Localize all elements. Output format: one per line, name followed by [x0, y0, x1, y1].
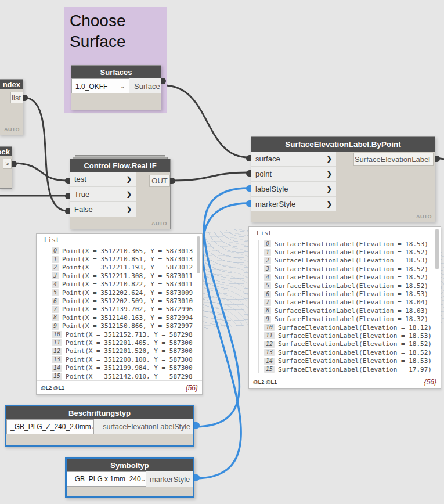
list-item-value: Point(X = 3512210.365, Y = 5873013: [62, 247, 193, 255]
surface-input-connector[interactable]: [246, 155, 251, 161]
list-item-value: Point(X = 3512150.866, Y = 5872997: [62, 322, 193, 330]
lacing-levels-label: @L2 @L1: [37, 385, 64, 391]
list-index-badge: 10: [52, 331, 62, 338]
node-surfaces[interactable]: Surfaces 1.0_OKFF ⌄ Surface: [71, 65, 161, 110]
node-surfaces-header[interactable]: Surfaces: [71, 66, 161, 78]
test-input-connector[interactable]: [65, 178, 70, 184]
labelstyle-input-connector[interactable]: [246, 185, 251, 192]
block-output-port[interactable]: >: [3, 159, 12, 169]
stacked-node-edge: [73, 157, 168, 159]
node-block-partial[interactable]: ock >: [0, 146, 12, 189]
wire-false[interactable]: [24, 98, 67, 211]
symboltyp-header[interactable]: Symboltyp: [67, 459, 193, 471]
markerstyle-input-connector[interactable]: [246, 200, 251, 207]
real-if-header[interactable]: Control Flow.Real IF: [70, 159, 170, 172]
list-item: 15 SurfaceElevationLabel(Elevation = 17.…: [264, 365, 436, 373]
list-item: 11 Point(X = 3512201.405, Y = 587300: [52, 339, 197, 347]
list-item-value: Point(X = 3512201.520, Y = 587300: [66, 347, 193, 355]
beschriftungstyp-dropdown-value: _GB_PLG_Z_240_2.0mm: [10, 423, 91, 431]
false-input-connector[interactable]: [65, 208, 70, 214]
list-index-badge: 15: [52, 373, 62, 380]
list-item-value: Point(X = 3512199.984, Y = 587300: [66, 364, 193, 372]
input-port-true[interactable]: True ❯: [70, 187, 136, 202]
input-port-markerstyle[interactable]: markerStyle ❯: [251, 197, 336, 211]
list-item-value: SurfaceElevationLabel(Elevation = 18.52): [275, 273, 428, 281]
dynamo-canvas[interactable]: Choose Surface Surfaces 1.0_OKFF ⌄ Surfa…: [0, 0, 444, 504]
symboltyp-node-footer: [67, 487, 193, 496]
selabel-header[interactable]: SurfaceElevationLabel.ByPoint: [251, 137, 435, 152]
beschriftungstyp-header[interactable]: Beschriftungstyp: [6, 406, 193, 419]
port-chevron-icon: ❯: [127, 206, 132, 213]
node-control-flow-real-if[interactable]: Control Flow.Real IF test ❯ True ❯ False…: [70, 159, 171, 229]
list-item-value: Point(X = 3512139.702, Y = 5872996: [62, 305, 193, 313]
input-port-test[interactable]: test ❯: [70, 172, 136, 187]
list-index-badge: 11: [52, 339, 62, 346]
surfaces-output-port[interactable]: Surface: [129, 78, 161, 94]
list-item: 9 Point(X = 3512150.866, Y = 5872997: [52, 322, 197, 330]
list-index-badge: 0: [264, 240, 271, 247]
list-item: 8 Point(X = 3512140.163, Y = 5872994: [52, 314, 197, 322]
out-output-port[interactable]: OUT: [149, 175, 170, 187]
beschriftungstyp-node-footer: [6, 434, 193, 445]
list-item-value: SurfaceElevationLabel(Elevation = 18.04): [275, 298, 428, 306]
input-port-point[interactable]: point ❯: [251, 167, 336, 182]
list-item-value: SurfaceElevationLabel(Elevation = 18.03): [275, 307, 428, 315]
list-item: 4 Point(X = 3512210.822, Y = 5873011: [52, 280, 197, 289]
list-item: 0 SurfaceElevationLabel(Elevation = 18.5…: [264, 240, 436, 248]
list-item-value: SurfaceElevationLabel(Elevation = 18.52): [278, 340, 432, 348]
list-item-value: Point(X = 3512201.405, Y = 587300: [66, 339, 193, 347]
list-item-value: SurfaceElevationLabel(Elevation = 18.32): [275, 315, 428, 323]
input-port-surface[interactable]: surface ❯: [251, 152, 336, 167]
true-input-connector[interactable]: [65, 193, 70, 199]
beschriftungstyp-dropdown[interactable]: _GB_PLG_Z_240_2.0mm ⌄: [6, 419, 94, 434]
node-index-partial[interactable]: ndex list AUTO: [0, 79, 23, 135]
port-chevron-icon: ❯: [327, 170, 332, 178]
list-item-value: SurfaceElevationLabel(Elevation = 18.52): [278, 349, 432, 357]
surfaces-dropdown[interactable]: 1.0_OKFF ⌄: [71, 78, 129, 94]
wire-point[interactable]: [172, 172, 248, 181]
list-item-value: SurfaceElevationLabel(Elevation = 18.12): [278, 324, 432, 332]
list-item-value: Point(X = 3512152.713, Y = 587298: [66, 331, 193, 339]
beschriftungstyp-output-port[interactable]: surfaceElevationLabelStyle: [94, 419, 193, 434]
point-input-connector[interactable]: [246, 170, 251, 177]
port-chevron-icon: ❯: [127, 175, 132, 183]
node-surface-elevation-label-bypoint[interactable]: SurfaceElevationLabel.ByPoint surface ❯ …: [251, 136, 435, 222]
list-index-badge: 6: [52, 298, 59, 305]
selabel-output-port[interactable]: SurfaceElevationLabel: [353, 153, 434, 166]
wire-test[interactable]: [13, 163, 67, 181]
node-block-header[interactable]: ock: [0, 147, 12, 156]
chevron-down-icon: ⌄: [120, 82, 125, 90]
list-index-badge: 11: [264, 332, 275, 339]
input-port-false[interactable]: False ❯: [70, 202, 136, 217]
list-item-value: SurfaceElevationLabel(Elevation = 18.53): [275, 240, 428, 248]
list-item: 10 SurfaceElevationLabel(Elevation = 18.…: [264, 323, 436, 332]
list-item-value: SurfaceElevationLabel(Elevation = 18.53): [275, 290, 428, 298]
list-index-badge: 9: [52, 323, 59, 330]
index-output-port[interactable]: list: [10, 92, 23, 103]
preview-bubble-labels[interactable]: List 0 SurfaceElevationLabel(Elevation =…: [248, 226, 441, 389]
preview-bubble-points[interactable]: List 0 Point(X = 3512210.365, Y = 587301…: [36, 233, 203, 395]
list-item: 15 Point(X = 3512142.010, Y = 587298: [52, 372, 197, 380]
node-symboltyp[interactable]: Symboltyp _GB_PLG x 1mm_240 ⌄ markerStyl…: [65, 457, 194, 498]
wire-surface[interactable]: [164, 85, 248, 157]
symboltyp-dropdown[interactable]: _GB_PLG x 1mm_240 ⌄: [67, 471, 146, 487]
node-beschriftungstyp[interactable]: Beschriftungstyp _GB_PLG_Z_240_2.0mm ⌄ s…: [5, 405, 194, 447]
real-if-lacing-label: AUTO: [151, 221, 167, 226]
list-item-value: Point(X = 3512211.308, Y = 5873011: [62, 272, 193, 280]
list-item: 7 SurfaceElevationLabel(Elevation = 18.0…: [264, 298, 436, 307]
list-root-label: List: [257, 229, 272, 237]
list-index-badge: 15: [264, 366, 275, 373]
symboltyp-output-port[interactable]: markerStyle: [146, 471, 193, 487]
list-item-value: Point(X = 3512202.624, Y = 5873009: [62, 289, 193, 297]
list-item-value: Point(X = 3512202.509, Y = 5873010: [62, 297, 193, 305]
list-item: 5 SurfaceElevationLabel(Elevation = 18.5…: [264, 282, 436, 290]
scrollbar-thumb[interactable]: [435, 229, 439, 269]
scrollbar-thumb[interactable]: [197, 236, 200, 273]
background-geometry-preview: [203, 228, 248, 330]
list-item: 13 Point(X = 3512200.100, Y = 587300: [52, 355, 197, 363]
list-item: 13 SurfaceElevationLabel(Elevation = 18.…: [264, 348, 436, 357]
list-index-badge: 3: [52, 272, 59, 279]
node-index-header[interactable]: ndex: [0, 80, 23, 89]
list-index-badge: 1: [52, 256, 59, 263]
input-port-labelstyle[interactable]: labelStyle ❯: [251, 182, 336, 197]
